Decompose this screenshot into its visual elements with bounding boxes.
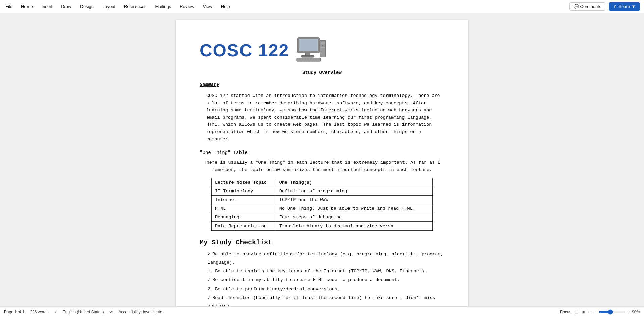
share-icon: ⇧ <box>613 4 617 9</box>
svg-rect-6 <box>300 59 302 59</box>
study-overview-heading: Study Overview <box>200 70 444 75</box>
status-right: Focus ▢ ▣ □ − + 90% <box>560 309 640 315</box>
table-row: Data RepresentationTranslate binary to d… <box>212 222 433 231</box>
right-sidebar <box>537 13 644 306</box>
comments-button[interactable]: 💬 Comments <box>569 2 606 11</box>
svg-rect-11 <box>314 59 316 59</box>
comments-label: Comments <box>580 4 601 9</box>
menu-review[interactable]: Review <box>178 3 196 10</box>
checklist-item-text: Be confident in my ability to create HTM… <box>212 277 400 282</box>
computer-icon <box>296 37 326 63</box>
checklist-item-text: Be able to explain the key ideas of the … <box>215 269 427 274</box>
one-thing-intro: There is usually a "One Thing" in each l… <box>200 159 444 173</box>
svg-rect-12 <box>316 59 318 59</box>
svg-rect-8 <box>306 59 308 59</box>
checkmark-icon: ✓ <box>208 295 210 300</box>
menu-draw[interactable]: Draw <box>60 3 72 10</box>
zoom-out-icon[interactable]: − <box>594 310 597 314</box>
menu-references[interactable]: References <box>123 3 148 10</box>
svg-rect-1 <box>299 39 318 51</box>
zoom-slider[interactable] <box>599 309 626 315</box>
table-cell-one-thing: Translate binary to decimal and vice ver… <box>276 222 432 231</box>
doc-header: COSC 122 <box>200 37 444 63</box>
table-cell-topic: Data Representation <box>212 222 276 231</box>
checklist-number: 1. <box>208 269 213 274</box>
summary-heading: Summary <box>200 82 444 87</box>
status-left: Page 1 of 1 226 words ✓ English (United … <box>4 310 162 314</box>
one-thing-table: Lecture Notes Topic One Thing(s) IT Term… <box>211 178 433 231</box>
menu-design[interactable]: Design <box>79 3 95 10</box>
table-header-topic: Lecture Notes Topic <box>212 178 276 187</box>
read-mode-icon[interactable]: □ <box>589 310 591 314</box>
checklist-item: ✓Be able to provide definitions for term… <box>208 250 444 267</box>
checklist-item-text: Read the notes (hopefully for at least t… <box>208 295 435 306</box>
checklist-item: ✓Read the notes (hopefully for at least … <box>208 294 444 306</box>
checklist-item: ✓Be confident in my ability to create HT… <box>208 276 444 284</box>
header-right: 💬 Comments ⇧ Share ▼ <box>569 2 640 11</box>
accessibility-icon[interactable]: 👁 <box>109 310 113 314</box>
checklist-list: ✓Be able to provide definitions for term… <box>208 250 444 306</box>
table-row: HTMLNo One Thing. Just be able to write … <box>212 204 433 213</box>
checkmark-icon: ✓ <box>208 252 210 257</box>
svg-rect-10 <box>311 59 313 59</box>
table-body: IT TerminologyDefinition of programmingI… <box>212 187 433 231</box>
checklist-item-text: Be able to provide definitions for termi… <box>208 252 443 265</box>
table-row: InternetTCP/IP and the WWW <box>212 196 433 204</box>
menu-mailings[interactable]: Mailings <box>154 3 173 10</box>
left-sidebar <box>0 13 107 306</box>
spelling-icon[interactable]: ✓ <box>54 310 57 314</box>
table-cell-topic: IT Terminology <box>212 187 276 196</box>
zoom-in-icon[interactable]: + <box>628 310 630 314</box>
zoom-level: 90% <box>632 310 640 314</box>
svg-rect-3 <box>301 55 314 57</box>
zoom-slider-container: − + 90% <box>594 309 640 315</box>
comment-icon: 💬 <box>574 4 579 9</box>
table-cell-topic: HTML <box>212 204 276 213</box>
share-label: Share <box>618 4 630 9</box>
checkmark-icon: ✓ <box>208 277 210 282</box>
table-cell-one-thing: Definition of programming <box>276 187 432 196</box>
svg-point-15 <box>322 45 323 46</box>
table-cell-one-thing: No One Thing. Just be able to write and … <box>276 204 432 213</box>
menu-help[interactable]: Help <box>220 3 231 10</box>
checklist-item: 2.Be able to perform binary/decimal conv… <box>208 285 444 293</box>
menu-insert[interactable]: Insert <box>40 3 54 10</box>
accessibility-label[interactable]: Accessibility: Investigate <box>119 310 162 314</box>
menu-view[interactable]: View <box>202 3 214 10</box>
svg-rect-4 <box>297 58 321 61</box>
menu-items: File Home Insert Draw Design Layout Refe… <box>4 3 231 10</box>
menu-file[interactable]: File <box>4 3 14 10</box>
svg-rect-5 <box>298 59 300 59</box>
table-row: IT TerminologyDefinition of programming <box>212 187 433 196</box>
web-layout-icon[interactable]: ▣ <box>582 310 585 314</box>
svg-rect-9 <box>308 59 310 59</box>
menu-home[interactable]: Home <box>20 3 34 10</box>
language[interactable]: English (United States) <box>63 310 104 314</box>
table-cell-one-thing: Four steps of debugging <box>276 213 432 222</box>
menu-layout[interactable]: Layout <box>101 3 117 10</box>
focus-button[interactable]: Focus <box>560 310 571 314</box>
share-chevron-icon: ▼ <box>631 4 636 9</box>
share-button[interactable]: ⇧ Share ▼ <box>609 2 640 11</box>
checklist-item-text: Be able to perform binary/decimal conver… <box>215 287 340 292</box>
document-page: COSC 122 <box>176 20 468 306</box>
main-area: COSC 122 <box>0 13 644 306</box>
page-info: Page 1 of 1 <box>4 310 24 314</box>
table-cell-topic: Debugging <box>212 213 276 222</box>
checklist-item: 1.Be able to explain the key ideas of th… <box>208 267 444 275</box>
menu-bar: File Home Insert Draw Design Layout Refe… <box>0 0 644 13</box>
word-count: 226 words <box>30 310 48 314</box>
checklist-heading: My Study Checklist <box>200 239 444 246</box>
document-area[interactable]: COSC 122 <box>107 13 537 306</box>
svg-rect-7 <box>303 59 305 59</box>
status-bar: Page 1 of 1 226 words ✓ English (United … <box>0 306 644 317</box>
one-thing-heading: "One Thing" Table <box>200 150 444 155</box>
checklist-number: 2. <box>208 287 213 292</box>
print-layout-icon[interactable]: ▢ <box>575 310 578 314</box>
table-cell-topic: Internet <box>212 196 276 204</box>
svg-rect-16 <box>321 47 325 48</box>
table-row: DebuggingFour steps of debugging <box>212 213 433 222</box>
table-cell-one-thing: TCP/IP and the WWW <box>276 196 432 204</box>
svg-rect-14 <box>321 42 325 44</box>
table-header-one-thing: One Thing(s) <box>276 178 432 187</box>
